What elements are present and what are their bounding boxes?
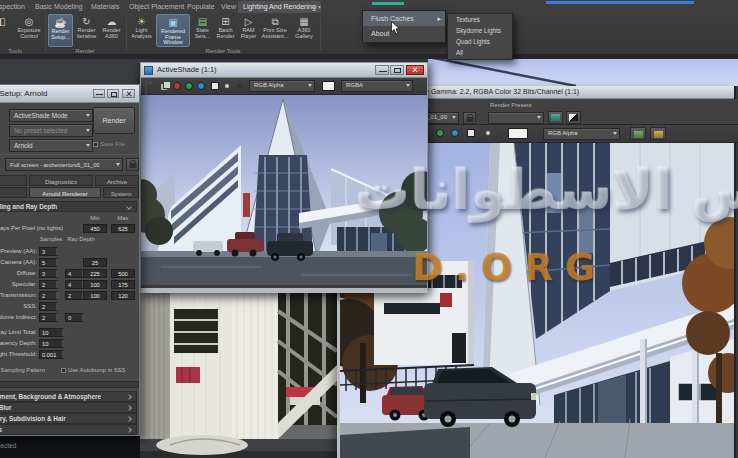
ray-depth-spinner[interactable]: 2 [65,291,85,300]
ray-depth-spinner[interactable]: 4 [65,280,85,289]
viewport-model-image[interactable] [140,293,337,458]
environment-preview-button[interactable] [548,111,563,124]
render-presets-dropdown[interactable] [488,112,544,124]
rollout-geometry[interactable]: Geometry, Subdivision & Hair [0,413,137,424]
clone-frame-button[interactable] [630,127,646,140]
samples-spinner[interactable]: 2 [39,280,59,289]
sampling-row: Diffuse: 3 4 225 500 [0,269,141,279]
render-button[interactable]: Render [93,107,135,134]
a360-gallery-button[interactable]: ▦ A360 Gallery [291,14,317,47]
value-spinner[interactable]: 10 [39,328,65,337]
button-label: Render Setup... [51,28,70,40]
rollout-environment[interactable]: Environment, Background & Atmosphere [0,391,137,402]
chevron-down-icon [406,84,410,87]
preset-dropdown[interactable]: No preset selected [9,124,93,137]
partial-button[interactable]: ◧ [0,14,10,47]
ray-depth-spinner[interactable]: 0 [65,313,85,322]
blue-channel-toggle[interactable] [451,129,459,137]
tab-stub[interactable] [0,175,27,186]
lock-sampling-pattern-checkbox[interactable]: Lock Sampling Pattern [0,367,45,373]
view-dropdown[interactable]: Full screen - archexteriors6_01_00 [5,158,123,171]
alpha-channel-toggle[interactable] [467,129,475,137]
tab-diagnostics[interactable]: Diagnostics [29,175,93,186]
tab-stub[interactable] [0,187,27,198]
row-label: Transmission: [0,292,37,298]
background-color-swatch[interactable] [322,81,335,91]
max-value: 500 [111,269,135,278]
samples-spinner[interactable]: 3 [39,269,59,278]
close-button[interactable] [406,65,424,75]
samples-spinner[interactable]: 5 [39,258,59,267]
flush-caches-submenu: Textures Skydome Lights Quad Lights All [447,13,513,60]
display-gamma-button[interactable] [566,111,581,124]
sampling-row: Specular: 2 4 100 175 [0,280,141,290]
menu-item-flush-caches[interactable]: Flush Caches ▸ [363,11,445,26]
tab-inspection[interactable]: Inspection [0,1,30,13]
rollout-label: Textures [0,426,2,433]
clear-button[interactable] [234,81,244,91]
tab-materials[interactable]: Materials [86,1,124,13]
rollup-bar[interactable] [0,381,139,388]
monochrome-toggle[interactable] [486,131,490,135]
tab-populate[interactable]: Populate [182,1,220,13]
save-file-checkbox[interactable]: Save File [93,141,125,147]
target-mode-dropdown[interactable]: ActiveShade Mode [9,109,93,122]
view-lock-button[interactable] [126,158,139,171]
batch-render-button[interactable]: ⊞ Batch Render [214,14,237,47]
samples-spinner[interactable]: 2 [39,302,59,311]
minimize-button[interactable] [93,89,105,98]
tab-archive[interactable]: Archive [95,175,139,186]
render-a360-button[interactable]: ☁ Render A360 [99,14,124,47]
rollout-textures[interactable]: Textures [0,424,137,435]
samples-spinner[interactable]: 2 [39,313,59,322]
light-analysis-button[interactable]: ☀ Light Analysis [128,14,155,47]
green-channel-toggle[interactable] [185,82,193,90]
monochrome-toggle[interactable] [225,84,229,88]
render-iterative-button[interactable]: ↻ Render Iterative [74,14,99,47]
submenu-item-all[interactable]: All [448,47,512,58]
exposure-control-button[interactable]: ◎ Exposure Control [14,14,44,47]
red-channel-toggle[interactable] [173,82,181,90]
rendered-frame-window-button[interactable]: ▣ Rendered Frame Window [156,14,190,47]
submenu-item-skydome-lights[interactable]: Skydome Lights [448,25,512,36]
blue-channel-toggle[interactable] [197,82,205,90]
render-setup-titlebar[interactable]: Render Setup: Arnold [0,85,139,103]
alpha-channel-toggle[interactable] [211,82,219,90]
activeshade-format-dropdown[interactable]: RGBA [341,80,413,92]
ray-depth-spinner[interactable]: 4 [65,269,85,278]
submenu-item-quad-lights[interactable]: Quad Lights [448,36,512,47]
green-channel-toggle[interactable] [436,129,444,137]
ribbon-overflow-icon[interactable]: ▪▪ ▾ [312,3,321,10]
renderer-dropdown[interactable]: Arnold [9,139,93,152]
submenu-item-textures[interactable]: Textures [448,14,512,25]
rollout-sampling[interactable]: Sampling and Ray Depth [0,201,137,212]
samples-spinner[interactable]: 3 [39,247,59,256]
activeshade-image[interactable] [141,95,427,285]
background-color-swatch[interactable] [508,128,528,139]
maximize-button[interactable] [107,89,119,98]
tab-system[interactable]: System [103,187,139,198]
viewport-lock-button[interactable] [463,112,476,124]
rollout-motion-blur[interactable]: Motion Blur [0,402,137,413]
minimize-button[interactable] [375,65,389,75]
autobump-checkbox[interactable]: Use Autobump in SSS [61,367,125,373]
tab-object-placement[interactable]: Object Placement [124,1,189,13]
maximize-button[interactable] [390,65,404,75]
value-spinner[interactable]: 10 [39,339,65,348]
row-label: Diffuse: [17,270,37,276]
value-spinner[interactable]: 0.001 [39,350,65,359]
activeshade-titlebar[interactable]: ActiveShade (1:1) [141,63,427,78]
activeshade-channel-dropdown[interactable]: RGB Alpha [249,80,315,92]
state-sets-button[interactable]: ▤ State Sets... [191,14,214,47]
tab-lighting-and-rendering[interactable]: Lighting And Rendering [238,1,321,13]
tab-basic-modeling[interactable]: Basic Modeling [30,1,87,13]
frame-channel-dropdown[interactable]: RGB Alpha [543,128,620,140]
close-button[interactable] [122,89,135,98]
render-setup-button[interactable]: ☕ Render Setup... [48,14,73,47]
ram-player-button[interactable]: ▷ RAM Player [237,14,260,47]
save-frame-button[interactable] [650,127,666,140]
print-size-assistant-button[interactable]: ⧉ Print Size Assistant... [260,14,290,47]
tab-arnold-renderer[interactable]: Arnold Renderer [29,187,101,198]
menu-item-about[interactable]: About [363,26,445,41]
samples-spinner[interactable]: 2 [39,291,59,300]
